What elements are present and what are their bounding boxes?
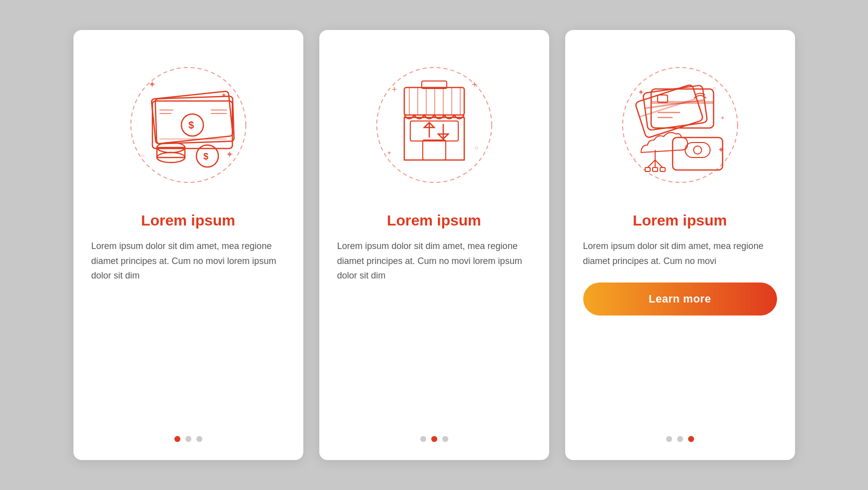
svg-text:✦: ✦ [720,114,725,122]
dot-3-inactive-2 [677,436,683,442]
dot-2-active [431,436,437,442]
dot-3-inactive-1 [666,436,672,442]
card-1-title: Lorem ipsum [141,212,235,229]
cards-container: ✦ ✦ ✦ ○ ○ $ [73,30,795,460]
dot-2-inactive-3 [442,436,448,442]
svg-text:○: ○ [141,152,144,159]
card-2-text: Lorem ipsum dolor sit dim amet, mea regi… [337,239,531,284]
svg-rect-34 [404,118,464,160]
card-1: ✦ ✦ ✦ ○ ○ $ [73,30,303,460]
card-3-icon-area: ✦ ○ ✦ ○ ✦ [605,50,755,200]
card-2-icon-area: + + ○ ✦ [359,50,509,200]
money-icon: ✦ ✦ ✦ ○ ○ $ [123,60,253,190]
card-3-dots [666,424,694,442]
svg-text:$: $ [203,152,208,162]
svg-rect-58 [685,142,710,158]
svg-text:○: ○ [633,156,636,161]
svg-rect-35 [410,121,458,141]
card-2-title: Lorem ipsum [387,212,481,229]
dot-1-active [174,436,180,442]
dot-1-inactive-3 [196,436,202,442]
card-2-dots [420,424,448,442]
dot-2-inactive-1 [420,436,426,442]
svg-text:✦: ✦ [387,150,392,156]
store-icon: + + ○ ✦ [369,60,499,190]
learn-more-button[interactable]: Learn more [583,282,777,316]
svg-point-42 [623,68,738,182]
svg-text:$: $ [188,120,194,130]
card-3: ✦ ○ ✦ ○ ✦ [565,30,795,460]
cards-wallet-icon: ✦ ○ ✦ ○ ✦ [615,60,745,190]
svg-text:+: + [472,80,477,90]
svg-rect-66 [660,168,665,172]
card-1-dots [174,424,202,442]
dot-3-active [688,436,694,442]
svg-text:✦: ✦ [226,150,233,160]
card-1-icon-area: ✦ ✦ ✦ ○ ○ $ [113,50,263,200]
svg-point-59 [694,146,702,154]
svg-line-61 [648,160,655,168]
dot-1-inactive-2 [185,436,191,442]
svg-line-63 [655,160,663,168]
svg-rect-40 [423,140,446,160]
card-1-text: Lorem ipsum dolor sit dim amet, mea regi… [91,239,285,284]
card-2: + + ○ ✦ [319,30,549,460]
svg-text:✦: ✦ [148,80,156,90]
svg-rect-65 [653,168,658,172]
svg-text:○: ○ [474,144,478,152]
card-3-title: Lorem ipsum [633,212,727,229]
card-3-text: Lorem ipsum dolor sit dim amet, mea regi… [583,239,777,268]
svg-text:+: + [392,84,397,94]
